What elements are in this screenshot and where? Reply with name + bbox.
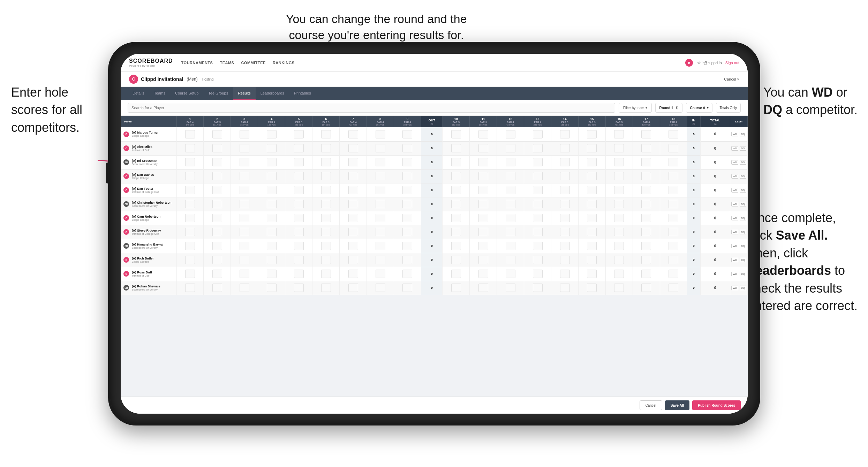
hole-17-input[interactable] [641, 228, 651, 236]
hole-14-cell[interactable] [551, 211, 579, 225]
hole-11-input[interactable] [478, 200, 488, 208]
hole-16-cell[interactable] [605, 239, 633, 253]
hole-6-cell[interactable] [312, 267, 340, 281]
hole-7-input[interactable] [348, 186, 358, 194]
hole-12-input[interactable] [506, 158, 515, 166]
hole-6-cell[interactable] [312, 239, 340, 253]
hole-5-input[interactable] [294, 186, 304, 194]
dq-button[interactable]: DQ [740, 272, 746, 276]
hole-1-cell[interactable] [176, 281, 204, 295]
hole-10-input[interactable] [451, 228, 461, 236]
hole-17-input[interactable] [641, 270, 651, 278]
hole-7-cell[interactable] [340, 211, 367, 225]
hole-2-input[interactable] [212, 200, 222, 208]
hole-12-cell[interactable] [497, 169, 524, 183]
hole-16-cell[interactable] [605, 225, 633, 239]
hole-16-cell[interactable] [605, 211, 633, 225]
hole-2-input[interactable] [212, 256, 222, 264]
hole-2-cell[interactable] [204, 183, 231, 197]
hole-7-cell[interactable] [340, 183, 367, 197]
cancel-tournament-btn[interactable]: Cancel × [724, 77, 739, 81]
hole-9-input[interactable] [402, 158, 412, 166]
hole-10-input[interactable] [451, 270, 461, 278]
hole-10-cell[interactable] [443, 155, 470, 169]
hole-8-cell[interactable] [367, 127, 394, 141]
hole-6-input[interactable] [321, 186, 331, 194]
hole-14-input[interactable] [560, 256, 570, 264]
hole-11-cell[interactable] [470, 183, 497, 197]
hole-14-input[interactable] [560, 228, 570, 236]
hole-7-input[interactable] [348, 130, 358, 138]
hole-3-input[interactable] [240, 242, 249, 250]
hole-4-input[interactable] [267, 270, 277, 278]
hole-13-input[interactable] [533, 186, 543, 194]
hole-4-input[interactable] [267, 172, 277, 180]
hole-12-cell[interactable] [497, 141, 524, 155]
hole-18-cell[interactable] [660, 239, 687, 253]
hole-3-input[interactable] [240, 214, 249, 222]
hole-14-input[interactable] [560, 284, 570, 292]
hole-17-input[interactable] [641, 284, 651, 292]
tab-leaderboards[interactable]: Leaderboards [256, 87, 289, 100]
hole-16-cell[interactable] [605, 127, 633, 141]
hole-2-input[interactable] [212, 242, 222, 250]
hole-10-input[interactable] [451, 214, 461, 222]
hole-16-cell[interactable] [605, 281, 633, 295]
hole-7-cell[interactable] [340, 239, 367, 253]
hole-11-cell[interactable] [470, 239, 497, 253]
hole-15-cell[interactable] [579, 239, 606, 253]
hole-12-input[interactable] [506, 200, 515, 208]
hole-18-input[interactable] [669, 186, 678, 194]
hole-15-input[interactable] [587, 172, 597, 180]
hole-9-cell[interactable] [394, 225, 421, 239]
nav-teams[interactable]: TEAMS [220, 61, 234, 65]
hole-3-cell[interactable] [231, 155, 258, 169]
hole-15-input[interactable] [587, 214, 597, 222]
hole-2-input[interactable] [212, 270, 222, 278]
hole-8-input[interactable] [376, 200, 385, 208]
hole-4-input[interactable] [267, 200, 277, 208]
hole-15-cell[interactable] [579, 225, 606, 239]
hole-8-cell[interactable] [367, 155, 394, 169]
hole-16-cell[interactable] [605, 141, 633, 155]
hole-2-cell[interactable] [204, 169, 231, 183]
hole-9-cell[interactable] [394, 211, 421, 225]
hole-17-input[interactable] [641, 186, 651, 194]
hole-12-cell[interactable] [497, 127, 524, 141]
hole-9-input[interactable] [402, 200, 412, 208]
hole-7-cell[interactable] [340, 253, 367, 267]
hole-17-cell[interactable] [633, 155, 660, 169]
hole-10-cell[interactable] [443, 225, 470, 239]
hole-4-cell[interactable] [258, 127, 285, 141]
dq-button[interactable]: DQ [740, 244, 746, 248]
dq-button[interactable]: DQ [740, 202, 746, 206]
hole-10-input[interactable] [451, 256, 461, 264]
hole-2-input[interactable] [212, 214, 222, 222]
wd-button[interactable]: WD [731, 286, 738, 290]
hole-17-input[interactable] [641, 214, 651, 222]
hole-9-cell[interactable] [394, 155, 421, 169]
hole-12-cell[interactable] [497, 155, 524, 169]
hole-2-input[interactable] [212, 144, 222, 152]
dq-button[interactable]: DQ [740, 286, 746, 290]
hole-8-cell[interactable] [367, 281, 394, 295]
wd-button[interactable]: WD [731, 230, 738, 234]
hole-11-cell[interactable] [470, 225, 497, 239]
hole-8-input[interactable] [376, 284, 385, 292]
hole-7-cell[interactable] [340, 281, 367, 295]
hole-6-input[interactable] [321, 256, 331, 264]
hole-4-cell[interactable] [258, 155, 285, 169]
hole-17-cell[interactable] [633, 267, 660, 281]
hole-10-cell[interactable] [443, 281, 470, 295]
hole-18-cell[interactable] [660, 197, 687, 211]
dq-button[interactable]: DQ [740, 188, 746, 193]
totals-only-toggle[interactable]: Totals Only [716, 103, 741, 113]
hole-2-input[interactable] [212, 228, 222, 236]
hole-2-cell[interactable] [204, 253, 231, 267]
hole-12-cell[interactable] [497, 197, 524, 211]
hole-11-input[interactable] [478, 214, 488, 222]
hole-5-cell[interactable] [285, 239, 312, 253]
hole-5-input[interactable] [294, 228, 304, 236]
hole-18-input[interactable] [669, 242, 678, 250]
hole-16-input[interactable] [614, 214, 624, 222]
